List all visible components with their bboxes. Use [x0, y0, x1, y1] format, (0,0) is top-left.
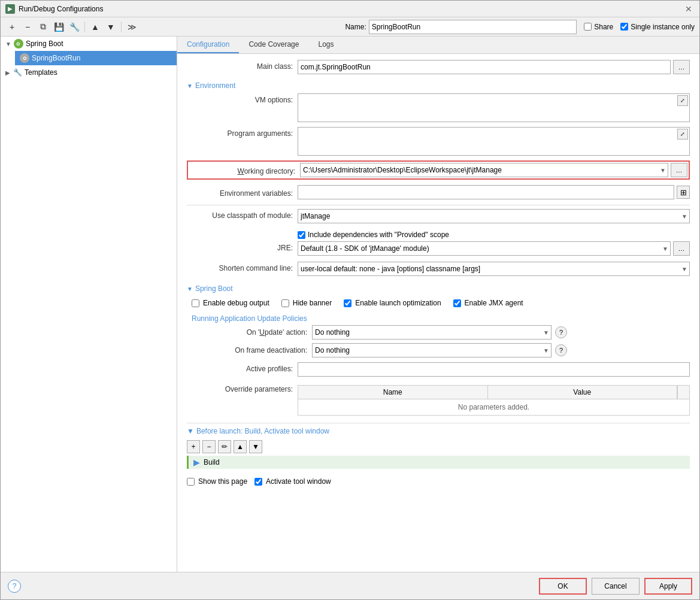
- override-params-row: Override parameters: Name Value No param…: [187, 383, 690, 418]
- sidebar-springbootrun-label: SpringBootRun: [32, 54, 80, 62]
- activate-tool-checkbox[interactable]: [254, 478, 262, 486]
- single-instance-label: Single instance only: [631, 23, 695, 31]
- share-label: Share: [594, 23, 613, 31]
- toolbar-separator-2: [121, 22, 122, 32]
- main-panel: Configuration Code Coverage Logs Main cl…: [177, 37, 699, 572]
- env-browse-button[interactable]: ⊞: [677, 186, 690, 199]
- launch-up-button[interactable]: ▲: [234, 440, 247, 453]
- on-frame-select[interactable]: Do nothing: [312, 343, 551, 357]
- help-button[interactable]: ?: [8, 580, 21, 593]
- working-directory-select[interactable]: C:\Users\Administrator\Desktop\EclipseWo…: [300, 163, 668, 177]
- classpath-label: Use classpath of module:: [187, 209, 298, 220]
- include-deps-checkbox[interactable]: [298, 231, 305, 239]
- build-row: ▶ Build: [187, 456, 690, 469]
- tab-code-coverage[interactable]: Code Coverage: [239, 37, 308, 53]
- program-args-area[interactable]: ⤢: [298, 127, 690, 156]
- jre-field: Default (1.8 - SDK of 'jtManage' module)…: [298, 241, 690, 256]
- sort-button[interactable]: ≫: [125, 20, 138, 34]
- enable-launch-checkbox[interactable]: [344, 299, 351, 307]
- before-launch-label: Before launch: Build, Activate tool wind…: [196, 427, 329, 435]
- sidebar-item-templates[interactable]: ▶ 🔧 Templates: [1, 65, 177, 80]
- on-update-help-button[interactable]: ?: [555, 326, 567, 338]
- launch-add-button[interactable]: +: [187, 440, 200, 453]
- working-dir-select-wrapper: C:\Users\Administrator\Desktop\EclipseWo…: [300, 163, 668, 177]
- override-params-label: Override parameters:: [187, 383, 298, 393]
- single-instance-item: Single instance only: [620, 23, 695, 31]
- jre-label: JRE:: [187, 241, 298, 252]
- override-params-field[interactable]: Name Value No parameters added.: [298, 383, 690, 418]
- enable-debug-checkbox[interactable]: [192, 299, 199, 307]
- vm-options-area[interactable]: ⤢: [298, 93, 690, 122]
- sidebar-item-springboot[interactable]: ▼ ✿ Spring Boot: [1, 37, 177, 51]
- vm-options-label: VM options:: [187, 93, 298, 104]
- name-input[interactable]: [369, 20, 577, 34]
- hide-banner-label: Hide banner: [293, 299, 332, 307]
- environment-label: Environment: [195, 81, 235, 90]
- enable-debug-item: Enable debug output: [192, 299, 269, 307]
- shorten-cmd-select[interactable]: user-local default: none - java [options…: [298, 262, 690, 276]
- working-dir-label-text: W: [238, 167, 244, 175]
- move-down-button[interactable]: ▼: [104, 20, 117, 34]
- enable-jmx-checkbox[interactable]: [453, 299, 461, 307]
- show-page-checkbox[interactable]: [187, 478, 195, 486]
- launch-toolbar: + − ✏ ▲ ▼: [187, 439, 690, 456]
- launch-remove-button[interactable]: −: [202, 440, 216, 453]
- ok-button[interactable]: OK: [539, 578, 587, 595]
- jre-browse-button[interactable]: …: [673, 241, 690, 256]
- apply-button[interactable]: Apply: [644, 578, 692, 595]
- main-class-field: …: [298, 60, 690, 74]
- classpath-select[interactable]: jtManage: [298, 209, 690, 223]
- save-config-button[interactable]: 💾: [52, 20, 65, 34]
- include-deps-row: Include dependencies with "Provided" sco…: [298, 229, 690, 241]
- main-window: ▶ Run/Debug Configurations ✕ + − ⧉ 💾 🔧 ▲…: [0, 0, 700, 600]
- spring-boot-section: ▼ Spring Boot Enable debug output Hide b…: [187, 283, 690, 357]
- tab-logs[interactable]: Logs: [308, 37, 343, 53]
- launch-edit-button[interactable]: ✏: [218, 440, 231, 453]
- window-title: Run/Debug Configurations: [19, 5, 103, 13]
- tab-configuration[interactable]: Configuration: [177, 37, 239, 53]
- close-button[interactable]: ✕: [683, 3, 695, 15]
- tabs-bar: Configuration Code Coverage Logs: [177, 37, 699, 54]
- copy-config-button[interactable]: ⧉: [37, 20, 50, 34]
- config-content: Main class: … ▼ Environment VM options:: [177, 54, 699, 572]
- name-label: Name:: [345, 23, 366, 31]
- content-area: ▼ ✿ Spring Boot ✿ SpringBootRun ▶ 🔧 Temp…: [1, 37, 699, 572]
- remove-config-button[interactable]: −: [21, 20, 34, 34]
- add-config-button[interactable]: +: [5, 20, 19, 34]
- working-dir-browse-button[interactable]: …: [671, 163, 687, 177]
- on-update-row: On 'Update' action: Do nothing ▼ ?: [192, 325, 685, 340]
- vm-options-row: VM options: ⤢: [187, 93, 690, 122]
- prog-expand-button[interactable]: ⤢: [677, 129, 688, 140]
- main-class-input[interactable]: [298, 60, 671, 74]
- launch-down-button[interactable]: ▼: [249, 440, 262, 453]
- cancel-button[interactable]: Cancel: [592, 578, 640, 595]
- environment-arrow-icon: ▼: [187, 83, 193, 89]
- before-launch-arrow-icon: ▼: [187, 427, 194, 435]
- settings-button[interactable]: 🔧: [68, 20, 81, 34]
- jre-select-wrapper: Default (1.8 - SDK of 'jtManage' module)…: [298, 241, 671, 256]
- share-checkbox[interactable]: [584, 23, 592, 31]
- move-up-button[interactable]: ▲: [89, 20, 102, 34]
- jre-select[interactable]: Default (1.8 - SDK of 'jtManage' module): [298, 241, 671, 256]
- main-toolbar: + − ⧉ 💾 🔧 ▲ ▼ ≫ Name: Share Single insta…: [1, 17, 699, 37]
- share-area: Share Single instance only: [584, 23, 695, 31]
- templates-icon: 🔧: [13, 68, 22, 77]
- on-frame-help-button[interactable]: ?: [555, 344, 567, 356]
- vm-expand-button[interactable]: ⤢: [677, 95, 688, 106]
- active-profiles-input[interactable]: [298, 362, 690, 377]
- hide-banner-checkbox[interactable]: [281, 299, 289, 307]
- single-instance-checkbox[interactable]: [620, 23, 628, 31]
- shorten-cmd-label: Shorten command line:: [187, 262, 298, 272]
- main-class-browse-button[interactable]: …: [673, 60, 690, 74]
- on-update-select[interactable]: Do nothing: [312, 325, 551, 340]
- sidebar-item-springbootrun[interactable]: ✿ SpringBootRun: [15, 51, 177, 65]
- activate-tool-item: Activate tool window: [254, 477, 331, 486]
- title-bar: ▶ Run/Debug Configurations ✕: [1, 1, 699, 17]
- toolbar-separator: [84, 22, 85, 32]
- include-deps-label: Include dependencies with "Provided" sco…: [308, 231, 449, 239]
- env-variables-input[interactable]: [298, 185, 674, 199]
- on-update-select-wrapper: Do nothing ▼: [312, 325, 551, 340]
- show-page-row: Show this page Activate tool window: [187, 475, 690, 488]
- vm-options-field: ⤢: [298, 93, 690, 122]
- jre-row: JRE: Default (1.8 - SDK of 'jtManage' mo…: [187, 241, 690, 257]
